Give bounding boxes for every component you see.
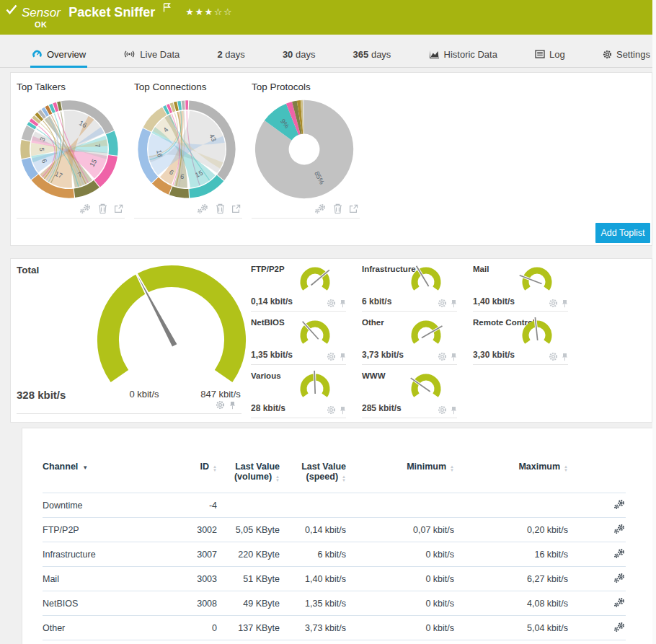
tab-label: Live Data [140, 49, 179, 60]
settings-gears-icon[interactable] [197, 203, 209, 214]
channel-settings-gears-icon[interactable] [613, 622, 626, 632]
tab-30-days[interactable]: 30 days [281, 43, 317, 68]
pin-icon[interactable] [229, 401, 236, 410]
star-filled-icon[interactable]: ★ [185, 6, 195, 17]
tab-label: Overview [47, 49, 86, 60]
toplist-panel-top-talkers: Top Talkers16715717653 [17, 79, 125, 219]
gear-icon[interactable] [327, 352, 336, 361]
gauge-icon [32, 49, 43, 59]
channel-gauge-value: 3,30 kbit/s [473, 350, 515, 360]
channel-settings-gears-icon[interactable] [613, 548, 626, 559]
gear-icon[interactable] [438, 299, 447, 308]
gear-icon[interactable] [327, 405, 336, 415]
gear-icon[interactable] [327, 299, 336, 308]
cell-id: 3007 [165, 542, 217, 567]
pin-icon[interactable] [340, 353, 346, 361]
cell-id: 3003 [165, 567, 217, 591]
external-link-icon[interactable] [114, 204, 123, 213]
cell-channel: Mail [43, 567, 165, 591]
external-link-icon[interactable] [349, 204, 358, 213]
tab-settings[interactable]: Settings [601, 43, 652, 68]
column-header-last-value[interactable]: Last Value(volume)▲▼ [217, 462, 280, 493]
channel-settings-gears-icon[interactable] [613, 524, 626, 534]
table-row-other: Other0137 KByte3,73 kbit/s0 kbit/s5,04 k… [43, 616, 626, 640]
cell-minimum: 0 kbit/s [346, 591, 454, 616]
toplist-actions [252, 202, 360, 219]
live-icon [123, 50, 136, 58]
channel-gauge-actions [438, 405, 457, 415]
channel-gauge-mail: Mail1,40 kbit/s [473, 263, 568, 312]
gear-icon[interactable] [216, 400, 225, 410]
tab-live-data[interactable]: Live Data [122, 43, 181, 68]
settings-gears-icon[interactable] [314, 203, 327, 214]
toplist-panel-top-protocols: Top Protocols85%9% [252, 79, 360, 219]
tab-2-days[interactable]: 2 days [216, 43, 246, 68]
trash-icon[interactable] [98, 203, 107, 214]
column-header-channel[interactable]: Channel▼ [43, 462, 165, 493]
tab-label: 2 days [217, 49, 244, 60]
channel-gauge-name: WWW [362, 371, 386, 380]
cell-channel: FTP/P2P [43, 518, 165, 542]
total-gauge [85, 265, 258, 393]
table-row-ftp-p2p: FTP/P2P30025,05 KByte0,14 kbit/s0,07 kbi… [43, 518, 626, 542]
flag-icon[interactable] [163, 2, 171, 15]
pin-icon[interactable] [340, 299, 346, 308]
channel-gauge-value: 28 kbit/s [251, 403, 285, 413]
channel-settings-gears-icon[interactable] [613, 573, 626, 583]
channel-settings-gears-icon[interactable] [613, 597, 626, 608]
column-header-maximum[interactable]: Maximum▲▼ [454, 462, 568, 493]
log-icon [535, 50, 545, 58]
settings-gears-icon[interactable] [79, 203, 92, 214]
pin-icon[interactable] [451, 406, 457, 415]
gear-icon[interactable] [549, 352, 558, 361]
channel-gauge-ftp-p2p: FTP/P2P0,14 kbit/s [251, 263, 346, 312]
column-header-last-value[interactable]: Last Value(speed)▲▼ [280, 462, 346, 493]
gear-icon[interactable] [438, 352, 447, 361]
pin-icon[interactable] [451, 299, 457, 308]
star-empty-icon[interactable]: ☆ [223, 6, 233, 17]
table-header-row: Channel▼ID▲▼Last Value(volume)▲▼Last Val… [43, 462, 626, 493]
trash-icon[interactable] [216, 203, 225, 214]
column-header-id[interactable]: ID▲▼ [165, 462, 217, 493]
sensor-kind-label: Sensor [22, 6, 61, 19]
channel-gauge-netbios: NetBIOS1,35 kbit/s [251, 317, 346, 365]
channel-gauge-name: FTP/P2P [251, 265, 285, 273]
tab-log[interactable]: Log [533, 43, 567, 68]
pin-icon[interactable] [562, 299, 568, 308]
gear-icon[interactable] [549, 299, 558, 308]
pin-icon[interactable] [562, 353, 568, 361]
channel-settings-gears-icon[interactable] [613, 499, 626, 510]
star-empty-icon[interactable]: ☆ [214, 6, 223, 17]
channel-gauge-actions [438, 352, 457, 361]
trash-icon[interactable] [333, 203, 342, 214]
toplist-chart[interactable]: 85%9% [252, 97, 360, 202]
cell-channel: NetBIOS [43, 591, 165, 616]
cell-channel: Downtime [43, 493, 165, 518]
cell-last-speed: 3,73 kbit/s [280, 616, 346, 640]
external-link-icon[interactable] [231, 204, 241, 213]
cell-id: -4 [165, 493, 217, 518]
channel-gauge-value: 0,14 kbit/s [251, 296, 293, 306]
toplist-title: Top Connections [134, 81, 242, 92]
channel-gauge-various: Various28 kbit/s [251, 370, 346, 418]
sort-icon: ▲▼ [275, 475, 280, 482]
total-gauge-min: 0 kbit/s [112, 389, 177, 400]
gear-icon[interactable] [438, 405, 447, 415]
tab-365-days[interactable]: 365 days [352, 43, 393, 68]
priority-stars[interactable]: ★★★☆☆ [185, 6, 233, 17]
sort-icon: ▲▼ [342, 475, 346, 482]
tab-historic-data[interactable]: Historic Data [427, 43, 499, 68]
tab-overview[interactable]: Overview [30, 43, 87, 68]
pin-icon[interactable] [451, 353, 457, 361]
cell-channel: Infrastructure [43, 542, 165, 567]
svg-text:16: 16 [155, 149, 163, 158]
toplist-chart[interactable]: 16715717653 [17, 97, 125, 202]
star-filled-icon[interactable]: ★ [205, 6, 214, 17]
column-header-minimum[interactable]: Minimum▲▼ [346, 462, 454, 493]
toplist-chart[interactable]: 431566164 [134, 97, 242, 202]
cell-maximum: 6,27 kbit/s [454, 567, 568, 591]
cell-last-volume: 220 KByte [217, 542, 280, 567]
pin-icon[interactable] [340, 406, 346, 415]
add-toplist-button[interactable]: Add Toplist [595, 223, 650, 243]
star-filled-icon[interactable]: ★ [195, 6, 204, 17]
